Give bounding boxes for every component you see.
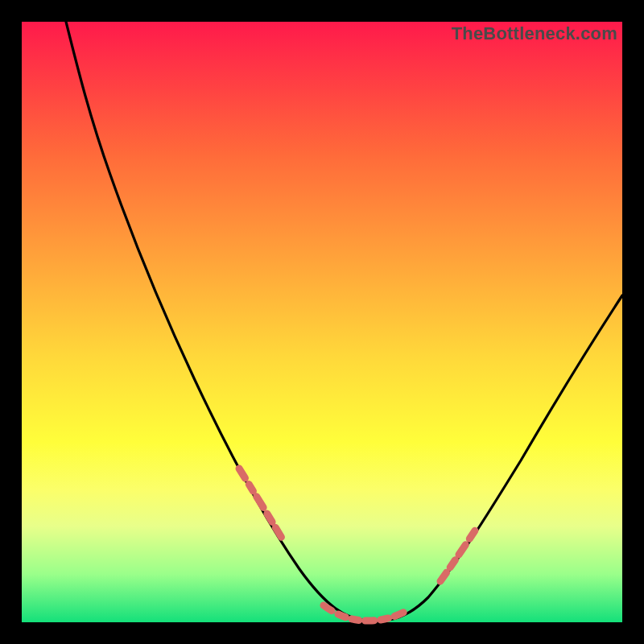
dash-left [239,469,295,561]
dash-bottom [324,605,416,621]
dash-right [440,497,497,581]
chart-frame: TheBottleneck.com [0,0,644,644]
chart-plot-area: TheBottleneck.com [22,22,622,622]
bottleneck-curve [22,22,622,622]
curve-path [66,22,622,621]
